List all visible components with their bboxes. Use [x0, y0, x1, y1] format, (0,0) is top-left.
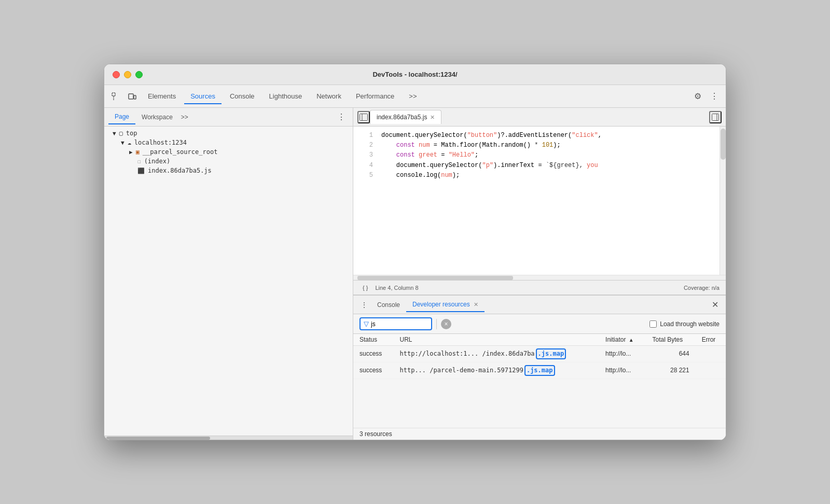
filter-funnel-icon: ▽ [364, 320, 369, 328]
more-options-icon[interactable]: ⋮ [707, 89, 722, 104]
code-editor[interactable]: 1 document.querySelector("button")?.addE… [353, 127, 720, 275]
cell-error-1 [696, 346, 726, 362]
file-icon: ☐ [137, 158, 141, 165]
filter-bar: ▽ × Load through website [353, 314, 726, 334]
cell-url-1: http://localhost:1... /index.86da7ba.js.… [394, 346, 600, 362]
svg-rect-3 [134, 95, 136, 99]
main-content: Page Workspace >> ⋮ ▼ ▢ top ▼ [104, 108, 726, 440]
device-toggle-icon[interactable] [125, 89, 140, 104]
developer-resources-close-icon[interactable]: ✕ [474, 301, 478, 307]
tree-label-top: top [126, 130, 137, 137]
cell-total-bytes-1: 644 [646, 346, 696, 362]
tree-item-js-file[interactable]: ⬛ index.86da7ba5.js [104, 166, 353, 175]
filter-separator [436, 319, 437, 329]
chevron-right-icon: ▶ [129, 149, 133, 156]
resources-footer: 3 resources [353, 428, 726, 440]
filter-clear-button[interactable]: × [441, 319, 451, 329]
cell-initiator-1: http://lo... [599, 346, 646, 362]
code-container: 1 document.querySelector("button")?.addE… [353, 127, 726, 275]
minimize-button[interactable] [124, 71, 131, 78]
file-tree: ▼ ▢ top ▼ ☁ localhost:1234 ▶ ▣ __parcel_… [104, 127, 353, 436]
js-file-icon: ⬛ [137, 167, 145, 174]
editor-hscrollbar[interactable] [353, 275, 726, 280]
tab-page[interactable]: Page [108, 110, 135, 124]
url-cursor-2: .js.map [524, 365, 555, 376]
tree-item-parcel-root[interactable]: ▶ ▣ __parcel_source_root [104, 147, 353, 157]
sort-arrow-icon: ▲ [629, 337, 634, 343]
format-button[interactable]: { } [359, 284, 371, 292]
col-header-error: Error [696, 334, 726, 346]
inspect-element-icon[interactable] [108, 89, 123, 104]
tree-item-top[interactable]: ▼ ▢ top [104, 129, 353, 138]
line-col-status: Line 4, Column 8 [375, 285, 418, 291]
sidebar-toggle-icon[interactable] [357, 111, 370, 123]
cell-status-2: success [353, 362, 394, 379]
tab-workspace[interactable]: Workspace [135, 110, 179, 124]
table-row[interactable]: success http... /parcel-demo-main.597129… [353, 362, 726, 379]
code-line-5: 5 console.log(num); [353, 171, 720, 180]
tab-network[interactable]: Network [310, 89, 348, 104]
left-panel-scrollbar-thumb[interactable] [106, 437, 210, 440]
svg-rect-6 [712, 114, 719, 120]
title-bar: DevTools - localhost:1234/ [104, 64, 726, 85]
close-bottom-panel-icon[interactable]: ✕ [709, 299, 722, 311]
tab-more-left[interactable]: >> [179, 111, 190, 123]
load-through-checkbox[interactable] [649, 320, 657, 328]
editor-tab-filename: index.86da7ba5.js [377, 114, 427, 121]
bottom-dots-icon[interactable]: ⋮ [357, 299, 371, 311]
code-line-1: 1 document.querySelector("button")?.addE… [353, 131, 720, 141]
load-through-label[interactable]: Load through website [649, 320, 720, 328]
tree-label-localhost: localhost:1234 [134, 139, 187, 146]
cell-initiator-2: http://lo... [599, 362, 646, 379]
tree-label-index: (index) [144, 158, 171, 165]
tab-lighthouse[interactable]: Lighthouse [263, 89, 309, 104]
traffic-lights [113, 71, 143, 78]
filter-input[interactable] [371, 320, 402, 328]
right-panel-container: index.86da7ba5.js ✕ [353, 108, 726, 440]
tab-sources[interactable]: Sources [184, 89, 222, 104]
tree-item-localhost[interactable]: ▼ ☁ localhost:1234 [104, 138, 353, 147]
tab-developer-resources[interactable]: Developer resources ✕ [406, 298, 485, 312]
coverage-status: Coverage: n/a [684, 285, 720, 291]
panel-dots-icon[interactable]: ⋮ [334, 110, 349, 124]
table-row[interactable]: success http://localhost:1... /index.86d… [353, 346, 726, 362]
editor-vscrollbar[interactable] [720, 127, 726, 275]
tree-item-index[interactable]: ☐ (index) [104, 157, 353, 166]
editor-status-bar: { } Line 4, Column 8 Coverage: n/a [353, 280, 726, 295]
tab-more[interactable]: >> [403, 89, 423, 104]
maximize-button[interactable] [135, 71, 143, 78]
svg-rect-2 [129, 94, 133, 99]
editor-vscrollbar-thumb[interactable] [721, 129, 726, 160]
right-panel: index.86da7ba5.js ✕ [353, 108, 726, 295]
editor-hscrollbar-thumb[interactable] [357, 276, 513, 280]
code-line-4: 4 document.querySelector("p").innerText … [353, 161, 720, 171]
table-header-row: Status URL Initiator ▲ Tot [353, 334, 726, 346]
col-header-status: Status [353, 334, 394, 346]
settings-icon[interactable]: ⚙ [690, 89, 705, 104]
left-panel-scrollbar[interactable] [104, 436, 353, 440]
resources-table-wrapper: Status URL Initiator ▲ Tot [353, 334, 726, 428]
editor-tab-js[interactable]: index.86da7ba5.js ✕ [370, 110, 441, 124]
url-cursor-1: .js.map [536, 348, 566, 359]
tab-elements[interactable]: Elements [142, 89, 182, 104]
svg-rect-4 [360, 114, 368, 120]
tab-console-bottom[interactable]: Console [371, 298, 406, 312]
tab-console[interactable]: Console [224, 89, 261, 104]
devtools-window: DevTools - localhost:1234/ Elements Sour… [104, 64, 726, 440]
code-line-2: 2 const num = Math.floor(Math.random() *… [353, 141, 720, 150]
close-button[interactable] [113, 71, 120, 78]
svg-rect-0 [112, 93, 115, 96]
tree-label-js-file: index.86da7ba5.js [148, 167, 212, 174]
window-title: DevTools - localhost:1234/ [372, 71, 457, 78]
tab-performance[interactable]: Performance [350, 89, 400, 104]
editor-tab-close-icon[interactable]: ✕ [430, 114, 435, 121]
left-panel: Page Workspace >> ⋮ ▼ ▢ top ▼ [104, 108, 353, 440]
folder-icon-2: ▣ [136, 148, 140, 156]
col-header-url: URL [394, 334, 600, 346]
col-header-initiator[interactable]: Initiator ▲ [599, 334, 646, 346]
main-toolbar: Elements Sources Console Lighthouse Netw… [104, 85, 726, 108]
editor-collapse-icon[interactable] [709, 111, 722, 123]
code-line-3: 3 const greet = "Hello"; [353, 150, 720, 160]
filter-input-wrapper[interactable]: ▽ [359, 317, 432, 330]
status-bar-left: { } Line 4, Column 8 [359, 284, 419, 292]
